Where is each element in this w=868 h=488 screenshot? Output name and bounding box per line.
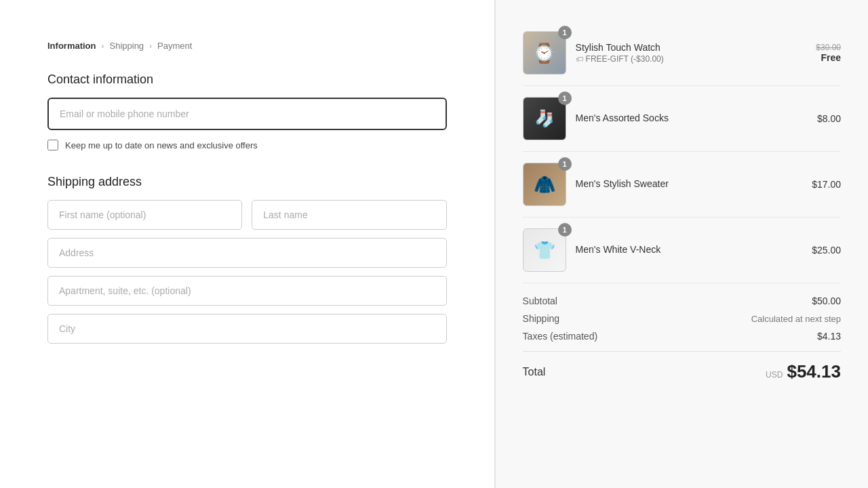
total-value: $54.13 bbox=[787, 361, 841, 382]
total-currency: USD bbox=[766, 370, 783, 380]
watch-price: Free bbox=[816, 52, 841, 63]
socks-name: Men's Assorted Socks bbox=[576, 113, 808, 123]
contact-section: Contact information Keep me up to date o… bbox=[47, 73, 447, 150]
watch-tag: 🏷 FREE-GIFT (-$30.00) bbox=[576, 54, 807, 64]
chevron-icon-2: › bbox=[149, 41, 152, 51]
sweater-price-col: $17.00 bbox=[812, 179, 841, 190]
total-label: Total bbox=[523, 366, 546, 378]
watch-image-wrapper: ⌚ 1 bbox=[523, 31, 566, 75]
sweater-price: $17.00 bbox=[812, 179, 841, 190]
city-input[interactable] bbox=[47, 314, 447, 344]
vneck-name: Men's White V-Neck bbox=[576, 244, 803, 255]
cart-item-sweater: 🧥 1 Men's Stylish Sweater $17.00 bbox=[523, 152, 841, 218]
sweater-name: Men's Stylish Sweater bbox=[576, 178, 803, 189]
vneck-image: 👕 bbox=[523, 228, 566, 272]
order-summary-panel: ⌚ 1 Stylish Touch Watch 🏷 FREE-GIFT (-$3… bbox=[495, 0, 868, 488]
vneck-badge: 1 bbox=[558, 223, 572, 237]
watch-details: Stylish Touch Watch 🏷 FREE-GIFT (-$30.00… bbox=[576, 42, 807, 64]
watch-badge: 1 bbox=[558, 26, 572, 39]
watch-original-price: $30.00 bbox=[816, 43, 841, 52]
breadcrumb-shipping[interactable]: Shipping bbox=[110, 41, 144, 51]
shipping-label: Shipping bbox=[523, 313, 560, 324]
socks-details: Men's Assorted Socks bbox=[576, 113, 808, 125]
cart-item-watch: ⌚ 1 Stylish Touch Watch 🏷 FREE-GIFT (-$3… bbox=[523, 20, 841, 86]
last-name-input[interactable] bbox=[252, 200, 446, 230]
vneck-details: Men's White V-Neck bbox=[576, 244, 803, 256]
newsletter-checkbox-row: Keep me up to date on news and exclusive… bbox=[47, 140, 447, 150]
shipping-section: Shipping address bbox=[47, 175, 447, 344]
breadcrumb-payment[interactable]: Payment bbox=[157, 41, 192, 51]
watch-name: Stylish Touch Watch bbox=[576, 42, 807, 53]
cart-items-list: ⌚ 1 Stylish Touch Watch 🏷 FREE-GIFT (-$3… bbox=[523, 20, 841, 283]
socks-price-col: $8.00 bbox=[817, 113, 841, 124]
shipping-note: Calculated at next step bbox=[751, 314, 841, 324]
socks-price: $8.00 bbox=[817, 113, 841, 124]
newsletter-checkbox[interactable] bbox=[47, 140, 58, 150]
sweater-badge: 1 bbox=[558, 157, 572, 171]
totals-section: Subtotal $50.00 Shipping Calculated at n… bbox=[523, 283, 841, 382]
address-input[interactable] bbox=[47, 238, 447, 268]
subtotal-value: $50.00 bbox=[812, 296, 841, 306]
taxes-label: Taxes (estimated) bbox=[523, 331, 597, 342]
sweater-image: 🧥 bbox=[523, 163, 566, 206]
breadcrumb: Information › Shipping › Payment bbox=[47, 41, 447, 51]
total-value-group: USD $54.13 bbox=[766, 361, 841, 382]
chevron-icon-1: › bbox=[102, 41, 104, 51]
sweater-image-wrapper: 🧥 1 bbox=[523, 163, 566, 206]
taxes-value: $4.13 bbox=[817, 331, 841, 342]
watch-price-col: $30.00 Free bbox=[816, 43, 841, 63]
vneck-price: $25.00 bbox=[812, 245, 841, 256]
email-input-wrapper bbox=[47, 98, 447, 130]
shipping-title: Shipping address bbox=[47, 175, 447, 189]
name-row bbox=[47, 200, 447, 230]
cart-item-socks: 🧦 1 Men's Assorted Socks $8.00 bbox=[523, 86, 841, 152]
watch-tag-text: FREE-GIFT (-$30.00) bbox=[586, 54, 664, 64]
tag-icon: 🏷 bbox=[576, 55, 583, 63]
subtotal-row: Subtotal $50.00 bbox=[523, 296, 841, 306]
sweater-details: Men's Stylish Sweater bbox=[576, 178, 803, 190]
watch-image: ⌚ bbox=[523, 31, 566, 75]
newsletter-label: Keep me up to date on news and exclusive… bbox=[65, 140, 258, 150]
shipping-row: Shipping Calculated at next step bbox=[523, 313, 841, 324]
apt-input[interactable] bbox=[47, 276, 447, 306]
contact-title: Contact information bbox=[47, 73, 447, 87]
first-name-input[interactable] bbox=[47, 200, 242, 230]
breadcrumb-information[interactable]: Information bbox=[47, 41, 96, 51]
socks-image: 🧦 bbox=[523, 97, 566, 140]
socks-image-wrapper: 🧦 1 bbox=[523, 97, 566, 140]
vneck-image-wrapper: 👕 1 bbox=[523, 228, 566, 272]
vneck-price-col: $25.00 bbox=[812, 245, 841, 256]
socks-badge: 1 bbox=[558, 92, 572, 105]
taxes-row: Taxes (estimated) $4.13 bbox=[523, 331, 841, 342]
cart-item-vneck: 👕 1 Men's White V-Neck $25.00 bbox=[523, 218, 841, 283]
total-row: Total USD $54.13 bbox=[523, 351, 841, 382]
checkout-left-panel: Information › Shipping › Payment Contact… bbox=[0, 0, 495, 488]
email-input[interactable] bbox=[47, 98, 447, 130]
subtotal-label: Subtotal bbox=[523, 296, 557, 306]
